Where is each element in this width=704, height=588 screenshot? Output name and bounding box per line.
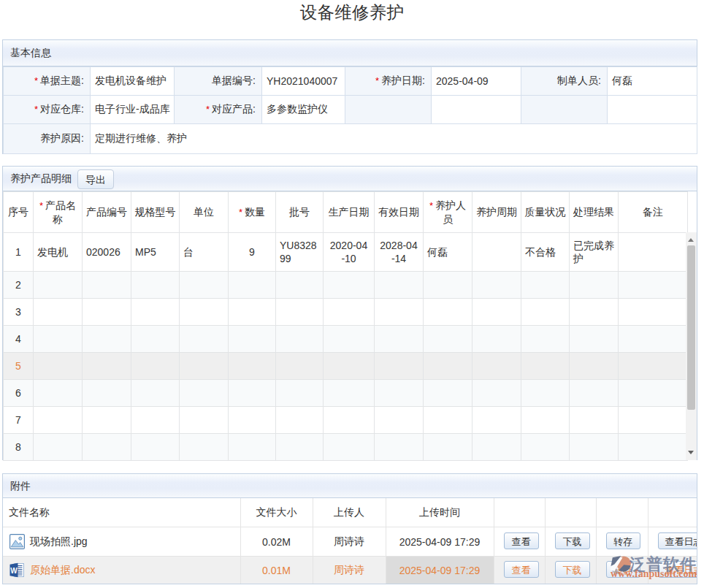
svg-text:W: W bbox=[10, 567, 18, 575]
